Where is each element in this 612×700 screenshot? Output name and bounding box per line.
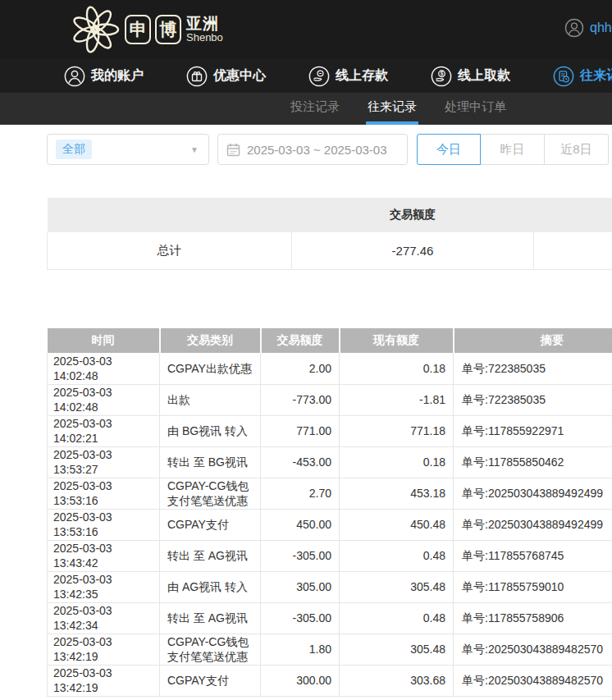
txn-cell-time: 2025-03-03 13:42:34 (48, 602, 160, 634)
nav-label: 线上取款 (458, 67, 510, 85)
records-icon (553, 66, 574, 87)
nav-label: 线上存款 (336, 67, 388, 85)
transaction-row: 2025-03-03 14:02:48 出款 -773.00 -1.81 单号:… (48, 384, 612, 415)
transaction-row: 2025-03-03 14:02:48 CGPAY出款优惠 2.00 0.18 … (48, 353, 612, 384)
brand-logo[interactable]: 申 博 亚洲 Shenbo (69, 3, 223, 56)
column-header-balance: 现有额度 (340, 328, 454, 353)
txn-cell-note: 单号:202503043889482570 (454, 665, 612, 696)
last-8-days-button[interactable]: 近8日 (545, 134, 609, 165)
summary-table: 交易额度 总计 -277.46 (47, 198, 612, 270)
svg-text:$: $ (441, 71, 444, 77)
summary-empty-cell (534, 232, 612, 269)
nav-label: 往来记录 (580, 67, 612, 85)
txn-cell-time: 2025-03-03 13:53:16 (48, 478, 160, 509)
logo-char-shen: 申 (125, 15, 151, 44)
txn-cell-note: 单号:202503043889482570 (454, 634, 612, 665)
txn-cell-type: CGPAY出款优惠 (160, 353, 261, 384)
txn-cell-type: CGPAY-CG钱包支付笔笔送优惠 (160, 634, 261, 665)
txn-cell-time: 2025-03-03 13:53:16 (48, 509, 160, 540)
summary-header-spacer (48, 198, 292, 232)
nav-item-my-account[interactable]: 我的账户 (64, 66, 144, 87)
txn-cell-type: 转出 至 BG视讯 (160, 446, 261, 478)
txn-cell-time: 2025-03-03 13:53:27 (48, 446, 160, 478)
txn-cell-note: 单号:722385035 (454, 353, 612, 384)
nav-item-deposit[interactable]: 线上存款 (308, 66, 388, 87)
txn-cell-note: 单号:117855922971 (454, 415, 612, 446)
promo-icon (186, 66, 208, 87)
txn-cell-balance: 303.68 (340, 665, 454, 696)
summary-header-row: 交易额度 (48, 198, 612, 232)
user-avatar-icon (564, 18, 584, 38)
summary-total-value: -277.46 (292, 232, 534, 269)
user-account[interactable]: qhh (564, 18, 612, 38)
txn-cell-balance: 305.48 (340, 634, 454, 665)
txn-cell-type: CGPAY支付 (160, 509, 261, 540)
txn-cell-balance: 771.18 (340, 415, 454, 446)
txn-cell-balance: 0.18 (340, 353, 454, 384)
column-header-type: 交易类别 (160, 328, 261, 353)
logo-char-bo: 博 (155, 15, 181, 44)
date-range-value: 2025-03-03 ~ 2025-03-03 (247, 143, 387, 157)
nav-label: 优惠中心 (213, 67, 266, 85)
date-range-input[interactable]: 2025-03-03 ~ 2025-03-03 (217, 134, 408, 165)
transactions-header-row: 时间 交易类别 交易额度 现有额度 摘要 (48, 328, 612, 353)
txn-cell-balance: 0.18 (340, 446, 454, 478)
txn-cell-type: 转出 至 AG视讯 (160, 540, 261, 571)
txn-cell-type: 由 BG视讯 转入 (160, 415, 261, 446)
txn-cell-balance: 0.48 (340, 602, 454, 634)
quick-range-buttons: 今日 昨日 近8日 (417, 134, 609, 165)
nav-label: 我的账户 (91, 67, 144, 85)
txn-cell-time: 2025-03-03 14:02:21 (48, 415, 160, 446)
txn-cell-type: CGPAY-CG钱包支付笔笔送优惠 (160, 478, 261, 509)
txn-cell-balance: 450.48 (340, 509, 454, 540)
top-header: 申 博 亚洲 Shenbo qhh (0, 0, 612, 59)
txn-cell-amount: -305.00 (261, 540, 340, 571)
summary-total-label: 总计 (48, 232, 292, 269)
txn-cell-balance: 305.48 (340, 571, 454, 602)
txn-cell-note: 单号:117855758906 (454, 602, 612, 634)
transaction-row: 2025-03-03 14:02:21 由 BG视讯 转入 771.00 771… (48, 415, 612, 446)
tab-pending-orders[interactable]: 处理中订单 (443, 93, 508, 125)
record-tabs: 投注记录 往来记录 处理中订单 (0, 93, 612, 125)
txn-cell-time: 2025-03-03 13:43:42 (48, 540, 160, 571)
nav-item-withdraw[interactable]: $ 线上取款 (431, 66, 510, 87)
flower-logo-icon (69, 3, 121, 56)
txn-cell-time: 2025-03-03 13:42:19 (48, 665, 160, 696)
today-button[interactable]: 今日 (417, 134, 481, 165)
txn-cell-balance: -1.81 (340, 384, 454, 415)
logo-wordmark: 亚洲 Shenbo (186, 16, 223, 43)
summary-header-amount: 交易额度 (292, 198, 534, 232)
transaction-row: 2025-03-03 13:53:27 转出 至 BG视讯 -453.00 0.… (48, 446, 612, 478)
transaction-row: 2025-03-03 13:42:19 CGPAY支付 300.00 303.6… (48, 665, 612, 696)
txn-cell-time: 2025-03-03 13:42:19 (48, 634, 160, 665)
txn-cell-note: 单号:117855759010 (454, 571, 612, 602)
yesterday-button[interactable]: 昨日 (481, 134, 545, 165)
column-header-time: 时间 (48, 328, 160, 353)
txn-cell-amount: 305.00 (261, 571, 340, 602)
txn-cell-amount: 450.00 (261, 509, 340, 540)
nav-item-transaction-records[interactable]: 往来记录 (553, 66, 612, 87)
category-select[interactable]: 全部 ▼ (47, 134, 209, 165)
nav-item-promotions[interactable]: 优惠中心 (186, 66, 266, 87)
summary-table-container: 交易额度 总计 -277.46 (47, 198, 612, 270)
txn-cell-type: CGPAY支付 (160, 665, 261, 696)
txn-cell-balance: 453.18 (340, 478, 454, 509)
txn-cell-amount: -305.00 (261, 602, 340, 634)
tab-bet-records[interactable]: 投注记录 (289, 93, 341, 125)
transactions-table: 时间 交易类别 交易额度 现有额度 摘要 2025-03-03 14:02:48… (47, 328, 612, 697)
transaction-row: 2025-03-03 13:53:16 CGPAY支付 450.00 450.4… (48, 509, 612, 540)
txn-cell-time: 2025-03-03 13:42:35 (48, 571, 160, 602)
transaction-row: 2025-03-03 13:42:35 由 AG视讯 转入 305.00 305… (48, 571, 612, 602)
tab-transaction-records[interactable]: 往来记录 (366, 93, 418, 125)
txn-cell-amount: 2.70 (261, 478, 340, 509)
category-selected-tag[interactable]: 全部 (56, 140, 92, 159)
logo-region-text: 亚洲 (186, 16, 223, 32)
txn-cell-type: 出款 (160, 384, 261, 415)
transaction-row: 2025-03-03 13:42:34 转出 至 AG视讯 -305.00 0.… (48, 602, 612, 634)
txn-cell-amount: 771.00 (261, 415, 340, 446)
txn-cell-amount: -773.00 (261, 384, 340, 415)
transactions-table-container: 时间 交易类别 交易额度 现有额度 摘要 2025-03-03 14:02:48… (47, 328, 612, 697)
summary-header-spacer (534, 198, 612, 232)
page: 申 博 亚洲 Shenbo qhh 我的账户 (0, 0, 612, 700)
txn-cell-note: 单号:202503043889492499 (454, 478, 612, 509)
